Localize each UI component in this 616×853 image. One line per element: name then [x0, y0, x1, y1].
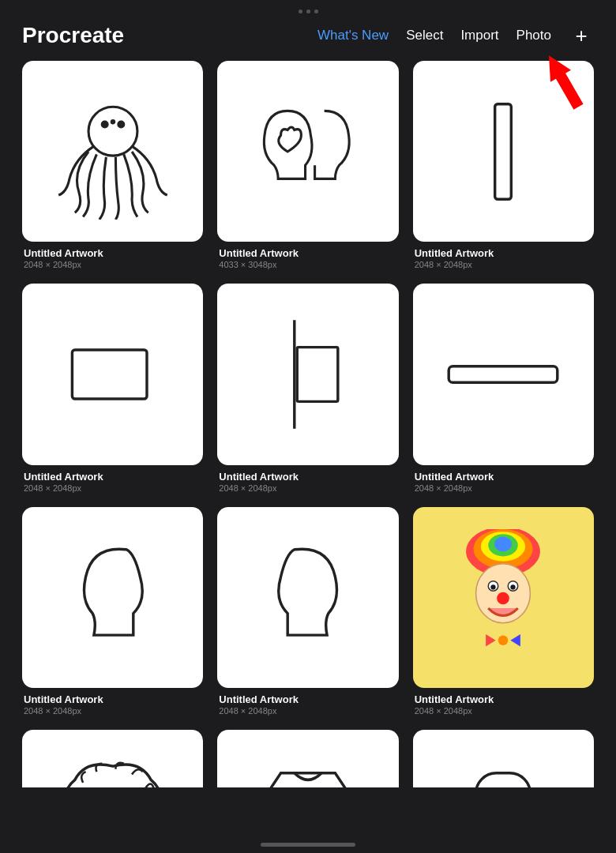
svg-rect-5	[495, 103, 512, 198]
svg-point-14	[494, 537, 512, 552]
artwork-size: 2048 × 2048px	[24, 260, 203, 269]
svg-point-23	[498, 636, 509, 646]
artwork-item[interactable]: Untitled Artwork 2048 × 2048px	[413, 61, 594, 269]
app-title: Procreate	[22, 23, 124, 48]
artwork-thumbnail[interactable]	[22, 507, 203, 688]
home-indicator	[261, 843, 355, 847]
import-button[interactable]: Import	[460, 28, 498, 43]
svg-rect-9	[449, 366, 558, 383]
svg-point-2	[102, 122, 107, 127]
artwork-size: 2048 × 2048px	[415, 706, 594, 716]
artwork-name: Untitled Artwork	[24, 471, 203, 483]
artwork-size: 4033 × 3048px	[219, 260, 398, 269]
artwork-size: 2048 × 2048px	[219, 483, 398, 493]
artwork-info: Untitled Artwork 2048 × 2048px	[22, 471, 203, 493]
svg-marker-22	[511, 634, 521, 647]
artwork-item[interactable]: Untitled Artwork 2048 × 2048px	[217, 284, 398, 492]
artwork-thumbnail[interactable]	[22, 61, 203, 242]
artwork-name: Untitled Artwork	[24, 247, 203, 259]
artwork-size: 2048 × 2048px	[219, 706, 398, 716]
artwork-name: Untitled Artwork	[415, 471, 594, 483]
artwork-item[interactable]: Untitled Artwork 2048 × 2048px	[413, 284, 594, 492]
artwork-item[interactable]: Untitled Artwork 2048 × 2048px	[22, 61, 203, 269]
artwork-info: Untitled Artwork 2048 × 2048px	[22, 693, 203, 716]
artwork-size: 2048 × 2048px	[24, 483, 203, 493]
artwork-item[interactable]: Untitled Artwork 2048 × 2048px	[413, 730, 594, 787]
svg-marker-21	[486, 634, 496, 647]
artwork-thumbnail[interactable]	[413, 507, 594, 688]
whats-new-link[interactable]: What's New	[317, 28, 389, 43]
artwork-item[interactable]: Untitled Artwork 2048 × 2048px	[22, 284, 203, 492]
artwork-thumbnail[interactable]	[22, 284, 203, 464]
artwork-item[interactable]: Untitled Artwork 2048 × 2048px	[413, 507, 594, 716]
artwork-info: Untitled Artwork 2048 × 2048px	[22, 247, 203, 269]
svg-point-3	[118, 122, 124, 127]
artwork-grid: Untitled Artwork 2048 × 2048px Untitled …	[0, 61, 616, 787]
artwork-item[interactable]: Untitled Artwork 2048 × 2048px	[22, 730, 203, 787]
artwork-thumbnail[interactable]	[217, 730, 398, 787]
artwork-info: Untitled Artwork 2048 × 2048px	[413, 247, 594, 269]
artwork-thumbnail[interactable]	[217, 61, 398, 242]
artwork-size: 2048 × 2048px	[24, 706, 203, 716]
artwork-name: Untitled Artwork	[415, 693, 594, 705]
artwork-name: Untitled Artwork	[219, 247, 398, 259]
artwork-info: Untitled Artwork 4033 × 3048px	[217, 247, 398, 269]
svg-rect-8	[297, 348, 338, 402]
artwork-info: Untitled Artwork 2048 × 2048px	[217, 693, 398, 716]
artwork-thumbnail[interactable]	[22, 730, 203, 787]
header-nav: What's New Select Import Photo +	[317, 23, 594, 48]
select-button[interactable]: Select	[406, 28, 443, 43]
artwork-info: Untitled Artwork 2048 × 2048px	[217, 471, 398, 493]
svg-rect-24	[476, 772, 531, 787]
add-artwork-button[interactable]: +	[569, 23, 594, 48]
artwork-item[interactable]: Untitled Artwork 2048 × 2048px	[217, 507, 398, 716]
artwork-name: Untitled Artwork	[415, 247, 594, 259]
artwork-thumbnail[interactable]	[413, 284, 594, 464]
artwork-name: Untitled Artwork	[219, 693, 398, 705]
artwork-size: 2048 × 2048px	[415, 260, 594, 269]
artwork-item[interactable]: Untitled Artwork 2048 × 2048px	[217, 730, 398, 787]
svg-point-4	[111, 120, 114, 122]
artwork-thumbnail[interactable]	[217, 284, 398, 464]
artwork-thumbnail[interactable]	[413, 730, 594, 787]
svg-point-19	[511, 585, 516, 590]
artwork-info: Untitled Artwork 2048 × 2048px	[413, 693, 594, 716]
artwork-thumbnail[interactable]	[217, 507, 398, 688]
artwork-name: Untitled Artwork	[219, 471, 398, 483]
svg-point-1	[88, 107, 137, 156]
artwork-item[interactable]: Untitled Artwork 4033 × 3048px	[217, 61, 398, 269]
svg-point-20	[498, 592, 510, 605]
artwork-name: Untitled Artwork	[24, 693, 203, 705]
svg-point-18	[491, 585, 496, 590]
photo-button[interactable]: Photo	[516, 28, 551, 43]
top-bar	[0, 0, 616, 17]
svg-rect-6	[72, 350, 147, 399]
artwork-thumbnail[interactable]	[413, 61, 594, 242]
app-header: Procreate What's New Select Import Photo…	[0, 17, 616, 61]
artwork-item[interactable]: Untitled Artwork 2048 × 2048px	[22, 507, 203, 716]
artwork-size: 2048 × 2048px	[415, 483, 594, 493]
artwork-info: Untitled Artwork 2048 × 2048px	[413, 471, 594, 493]
